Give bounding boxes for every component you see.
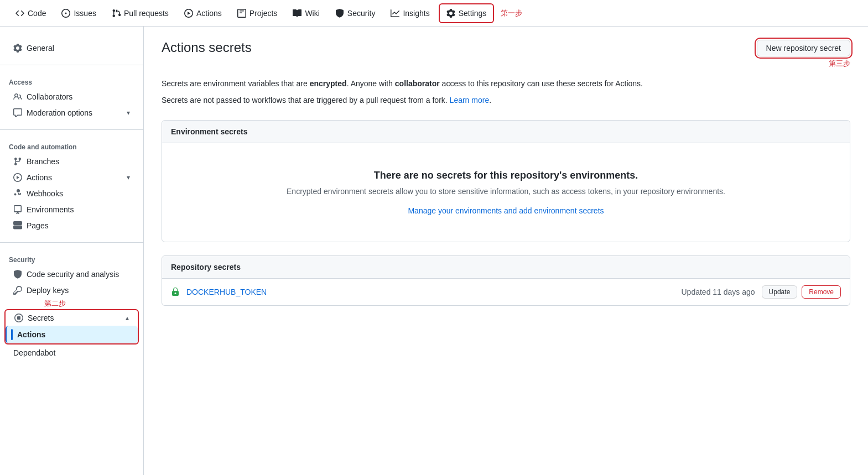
settings-icon <box>446 9 455 18</box>
svg-rect-0 <box>17 316 20 320</box>
manage-environments-link[interactable]: Manage your environments and add environ… <box>408 206 604 215</box>
sidebar-dependabot-label: Dependabot <box>13 348 55 357</box>
actions-chevron: ▾ <box>127 174 130 181</box>
nav-pullrequests[interactable]: Pull requests <box>105 4 175 22</box>
webhooks-icon <box>13 189 22 198</box>
actions-icon <box>184 9 193 18</box>
step3-label: 第三步 <box>829 59 850 69</box>
nav-wiki[interactable]: Wiki <box>286 4 326 22</box>
nav-settings[interactable]: Settings <box>439 3 495 23</box>
sidebar-collaborators-label: Collaborators <box>27 92 72 101</box>
nav-insights[interactable]: Insights <box>384 4 436 22</box>
encrypted-bold: encrypted <box>310 79 347 88</box>
empty-state-desc: Encrypted environment secrets allow you … <box>180 186 832 197</box>
secrets-chevron: ▴ <box>126 314 129 322</box>
branches-icon <box>13 157 22 166</box>
sidebar-secrets-actions-label: Actions <box>17 330 45 339</box>
description-line1: Secrets are environment variables that a… <box>162 77 850 90</box>
repository-secrets-body: DOCKERHUB_TOKEN Updated 11 days ago Upda… <box>162 279 850 305</box>
sidebar-webhooks[interactable]: Webhooks <box>4 186 139 201</box>
nav-actions-label: Actions <box>196 9 222 18</box>
page-title: Actions secrets <box>162 40 252 55</box>
secrets-icon <box>14 314 23 322</box>
sidebar-code-security[interactable]: Code security and analysis <box>4 267 139 282</box>
secret-action-buttons: Update Remove <box>762 285 841 299</box>
sidebar-secrets-label: Secrets <box>28 314 54 322</box>
sidebar-secrets[interactable]: Secrets ▴ <box>6 310 138 326</box>
collaborator-bold: collaborator <box>395 79 440 88</box>
insights-icon <box>391 9 399 18</box>
pr-icon <box>112 9 121 18</box>
sidebar-moderation-label: Moderation options <box>27 108 92 117</box>
sidebar-moderation[interactable]: Moderation options ▾ <box>4 105 139 121</box>
nav-issues-label: Issues <box>74 9 96 18</box>
security-icon <box>335 9 344 18</box>
step1-label: 第一步 <box>501 8 522 18</box>
description-line2: Secrets are not passed to workflows that… <box>162 94 850 106</box>
table-row: DOCKERHUB_TOKEN Updated 11 days ago Upda… <box>162 279 850 305</box>
step2-label: 第二步 <box>0 299 66 307</box>
sidebar-collaborators[interactable]: Collaborators <box>4 89 139 105</box>
pages-icon <box>13 221 22 230</box>
top-navigation: Code Issues Pull requests Actions Projec… <box>0 0 868 27</box>
nav-code[interactable]: Code <box>9 4 53 22</box>
main-content: Actions secrets New repository secret 第三… <box>144 27 868 475</box>
nav-insights-label: Insights <box>403 9 429 18</box>
nav-settings-label: Settings <box>459 9 487 18</box>
environments-icon <box>13 205 22 214</box>
actions-sidebar-icon <box>13 173 22 182</box>
sidebar-general[interactable]: General <box>4 40 139 56</box>
update-secret-button[interactable]: Update <box>762 285 798 299</box>
sidebar-environments-label: Environments <box>27 205 74 214</box>
nav-issues[interactable]: Issues <box>55 4 102 22</box>
sidebar-general-label: General <box>27 44 54 53</box>
nav-wiki-label: Wiki <box>305 9 319 18</box>
secret-updated: Updated 11 days ago <box>682 288 755 296</box>
new-repository-secret-button[interactable]: New repository secret <box>757 40 850 56</box>
environment-secrets-body: There are no secrets for this repository… <box>162 143 850 242</box>
main-header: Actions secrets New repository secret 第三… <box>162 40 850 69</box>
sidebar-security-section: Security <box>0 252 143 266</box>
empty-state-title: There are no secrets for this repository… <box>180 170 832 181</box>
nav-pr-label: Pull requests <box>124 9 169 18</box>
deploy-keys-icon <box>13 286 22 295</box>
remove-secret-button[interactable]: Remove <box>802 285 841 299</box>
code-icon <box>15 9 24 18</box>
issues-icon <box>61 9 70 18</box>
sidebar-pages[interactable]: Pages <box>4 218 139 233</box>
nav-projects-label: Projects <box>250 9 278 18</box>
repository-secrets-header: Repository secrets <box>162 256 850 279</box>
sidebar-code-security-label: Code security and analysis <box>27 270 119 279</box>
nav-security[interactable]: Security <box>329 4 382 22</box>
page-layout: General Access Collaborators Moderation … <box>0 27 868 475</box>
environment-secrets-header: Environment secrets <box>162 121 850 143</box>
sidebar-deploy-keys[interactable]: Deploy keys <box>4 283 139 298</box>
sidebar-environments[interactable]: Environments <box>4 202 139 217</box>
general-icon <box>13 44 22 53</box>
moderation-icon <box>13 108 22 117</box>
nav-projects[interactable]: Projects <box>231 4 284 22</box>
sidebar-secrets-actions[interactable]: Actions <box>6 326 138 343</box>
sidebar: General Access Collaborators Moderation … <box>0 27 144 475</box>
sidebar-actions-label: Actions <box>27 173 52 182</box>
sidebar-code-automation-section: Code and automation <box>0 139 143 153</box>
projects-icon <box>237 9 246 18</box>
learn-more-link[interactable]: Learn more <box>450 96 490 105</box>
secret-name[interactable]: DOCKERHUB_TOKEN <box>186 288 267 296</box>
sidebar-pages-label: Pages <box>27 221 49 230</box>
lock-icon <box>171 288 180 296</box>
moderation-chevron: ▾ <box>127 109 130 117</box>
sidebar-dependabot[interactable]: Dependabot <box>4 345 139 361</box>
nav-security-label: Security <box>347 9 376 18</box>
sidebar-branches[interactable]: Branches <box>4 154 139 169</box>
sidebar-branches-label: Branches <box>27 157 59 166</box>
wiki-icon <box>293 9 302 18</box>
repository-secrets-panel: Repository secrets DOCKERHUB_TOKEN Updat… <box>162 255 850 306</box>
nav-actions[interactable]: Actions <box>178 4 228 22</box>
nav-code-label: Code <box>28 9 46 18</box>
sidebar-deploy-keys-label: Deploy keys <box>27 286 69 295</box>
empty-state: There are no secrets for this repository… <box>162 143 850 242</box>
collaborators-icon <box>13 92 22 101</box>
sidebar-actions[interactable]: Actions ▾ <box>4 170 139 185</box>
code-security-icon <box>13 270 22 279</box>
